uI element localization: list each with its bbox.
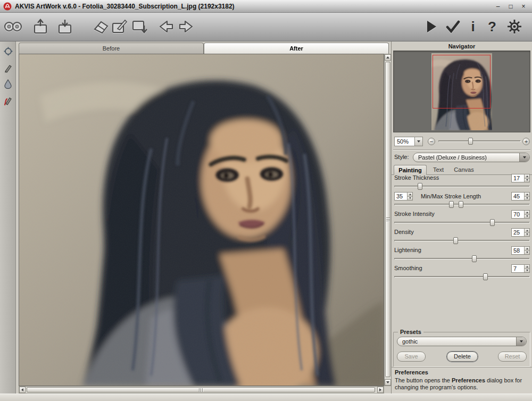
- min-max-stroke-length-slider[interactable]: [394, 201, 530, 208]
- spin-down-icon: [526, 179, 528, 181]
- status-bar: [0, 394, 532, 401]
- vertical-scroll-thumb[interactable]: [385, 62, 390, 377]
- maximize-button[interactable]: □: [505, 2, 516, 11]
- max-stroke-length-spinbox[interactable]: 45: [511, 192, 530, 200]
- smoothing-slider[interactable]: [394, 273, 530, 281]
- zoom-slider[interactable]: [438, 138, 521, 145]
- arrow-right-icon: [178, 20, 195, 34]
- navigate-tool-button[interactable]: [3, 46, 13, 56]
- spin-down-button[interactable]: [525, 250, 529, 255]
- slider-thumb[interactable]: [490, 219, 495, 226]
- scroll-left-button[interactable]: [19, 387, 26, 393]
- slider-thumb[interactable]: [472, 255, 477, 262]
- slider-thumb-max[interactable]: [459, 201, 463, 208]
- horizontal-scroll-thumb[interactable]: [27, 387, 375, 392]
- spin-up-icon: [526, 194, 528, 195]
- image-canvas[interactable]: [19, 54, 384, 386]
- stroke-intensity-slider[interactable]: [394, 219, 530, 227]
- spin-down-button[interactable]: [525, 232, 529, 237]
- style-dropdown-cap[interactable]: [519, 153, 529, 162]
- image-workspace: Before After: [16, 41, 391, 394]
- open-arrow-up-icon: [31, 18, 49, 35]
- save-image-button[interactable]: [53, 15, 77, 38]
- close-button[interactable]: ×: [518, 2, 529, 11]
- apply-button[interactable]: [443, 15, 463, 38]
- minimize-button[interactable]: –: [493, 2, 503, 11]
- param-density: Density 25: [394, 228, 530, 245]
- delete-preset-button[interactable]: Delete: [447, 352, 478, 362]
- slider-thumb-min[interactable]: [449, 201, 454, 208]
- artwork-logo-button[interactable]: [1, 15, 24, 38]
- zoom-slider-thumb[interactable]: [468, 138, 473, 145]
- style-dropdown[interactable]: Pastel (Deluxe / Business): [413, 153, 530, 162]
- spinbox-value[interactable]: 58: [512, 247, 524, 254]
- reset-preset-button[interactable]: Reset: [498, 352, 527, 362]
- style-selector-row: Style: Pastel (Deluxe / Business): [392, 152, 532, 163]
- smudge-tool-button[interactable]: [3, 63, 13, 73]
- spinbox-value[interactable]: 35: [395, 193, 407, 200]
- spin-up-icon: [526, 248, 528, 249]
- spinbox-value[interactable]: 7: [512, 265, 524, 272]
- zoom-dropdown-button[interactable]: [414, 137, 422, 146]
- spinbox-value[interactable]: 45: [512, 193, 524, 200]
- print-button[interactable]: [128, 15, 151, 38]
- title-bar: AKVIS ArtWork v.6.0 - Fotolia_30283440_S…: [0, 0, 532, 13]
- scroll-right-button[interactable]: [377, 387, 384, 393]
- density-spinbox[interactable]: 25: [511, 228, 530, 237]
- slider-thumb[interactable]: [453, 237, 458, 244]
- lightening-slider[interactable]: [394, 255, 530, 263]
- spin-down-button[interactable]: [525, 269, 529, 273]
- chevron-down-icon: [523, 156, 526, 158]
- presets-dropdown-cap[interactable]: [516, 337, 526, 346]
- navigator-selection-frame[interactable]: [433, 55, 491, 108]
- slider-groove: [394, 258, 530, 260]
- lightening-spinbox[interactable]: 58: [511, 246, 530, 255]
- navigator-preview[interactable]: [393, 51, 530, 132]
- slider-thumb[interactable]: [483, 273, 488, 280]
- history-brush-tool-button[interactable]: [3, 96, 13, 106]
- tab-after[interactable]: After: [204, 43, 389, 54]
- density-slider[interactable]: [394, 237, 530, 245]
- spin-down-icon: [526, 270, 528, 271]
- spinbox-value[interactable]: 70: [512, 211, 524, 218]
- redo-button[interactable]: [174, 15, 198, 38]
- slider-groove: [394, 186, 530, 187]
- result-artwork-image: [19, 54, 384, 386]
- stroke-thickness-spinbox[interactable]: 17: [511, 174, 530, 182]
- akvis-logo-icon: [3, 2, 12, 11]
- export-arrow-icon: [130, 18, 148, 35]
- help-button[interactable]: ?: [483, 15, 501, 38]
- save-preset-button[interactable]: Save: [397, 352, 426, 362]
- slider-thumb[interactable]: [418, 183, 422, 190]
- horizontal-scrollbar[interactable]: [19, 386, 384, 394]
- open-image-button[interactable]: [29, 15, 52, 38]
- crosshair-icon: [4, 47, 13, 56]
- blur-tool-button[interactable]: [3, 79, 13, 89]
- spin-down-icon: [526, 215, 528, 217]
- spinbox-value[interactable]: 17: [512, 174, 524, 182]
- info-icon: i: [471, 19, 475, 35]
- preferences-button[interactable]: [504, 15, 525, 38]
- scroll-up-button[interactable]: [385, 54, 391, 61]
- spin-down-button[interactable]: [525, 196, 529, 200]
- spin-down-button[interactable]: [408, 196, 412, 200]
- vertical-scrollbar[interactable]: [384, 54, 392, 386]
- view-tabs: Before After: [19, 43, 389, 54]
- info-button[interactable]: i: [464, 15, 482, 38]
- min-stroke-length-spinbox[interactable]: 35: [394, 192, 413, 200]
- stroke-intensity-spinbox[interactable]: 70: [511, 210, 530, 219]
- tab-before[interactable]: Before: [19, 43, 204, 54]
- spin-up-icon: [526, 176, 528, 177]
- stroke-thickness-slider[interactable]: [394, 183, 530, 190]
- spin-down-button[interactable]: [525, 214, 529, 219]
- smoothing-spinbox[interactable]: 7: [511, 264, 530, 273]
- spin-down-button[interactable]: [525, 178, 529, 182]
- spinbox-value[interactable]: 25: [512, 229, 524, 236]
- style-label: Style:: [394, 154, 409, 160]
- presets-dropdown[interactable]: gothic: [397, 337, 527, 346]
- scroll-down-button[interactable]: [385, 379, 391, 386]
- run-button[interactable]: [421, 15, 442, 38]
- zoom-select[interactable]: 50%: [394, 137, 423, 146]
- zoom-in-button[interactable]: +: [522, 138, 530, 145]
- zoom-out-button[interactable]: −: [428, 138, 435, 145]
